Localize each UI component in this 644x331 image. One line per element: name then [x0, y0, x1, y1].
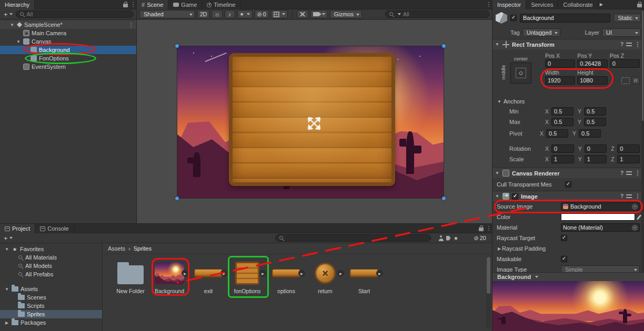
favorite-all-models[interactable]: All Models — [0, 262, 102, 270]
folder-sprites[interactable]: Sprites — [0, 310, 102, 318]
scene-search-input[interactable]: All — [385, 11, 489, 18]
favorite-all-prefabs[interactable]: All Prefabs — [0, 270, 102, 278]
project-menu-icon[interactable] — [486, 225, 492, 232]
material-field[interactable]: None (Material) — [561, 223, 640, 232]
presets-icon[interactable] — [626, 171, 632, 175]
rotation-z-field[interactable]: 0 — [617, 144, 640, 153]
project-search-input[interactable] — [275, 234, 431, 242]
anchor-preset-widget[interactable]: center middle — [504, 56, 538, 84]
anchors-foldout[interactable]: Anchors — [492, 97, 644, 106]
foldout-icon[interactable] — [495, 194, 500, 199]
scene-viewport[interactable] — [137, 20, 492, 223]
favorites-folder[interactable]: Favorites — [0, 245, 102, 253]
pivot-x-field[interactable]: 0.5 — [546, 129, 568, 138]
hierarchy-item-eventsystem[interactable]: EventSystem — [0, 63, 136, 71]
eyedropper-icon[interactable] — [637, 214, 641, 220]
foldout-icon[interactable] — [4, 320, 9, 325]
maskable-checkbox[interactable] — [561, 256, 567, 262]
scene-view-menu-icon[interactable] — [486, 1, 492, 8]
object-picker-icon[interactable] — [632, 225, 638, 231]
scene-audio-toggle[interactable] — [225, 10, 235, 18]
foldout-icon[interactable] — [495, 171, 500, 175]
scale-x-field[interactable]: 1 — [551, 155, 574, 163]
min-y-field[interactable]: 0.5 — [584, 107, 606, 116]
foldout-icon[interactable] — [9, 23, 15, 27]
tab-inspector[interactable]: Inspector — [492, 0, 526, 9]
width-field[interactable]: 1920 — [545, 76, 575, 85]
blueprint-mode-button[interactable] — [621, 77, 630, 84]
hierarchy-item-main-camera[interactable]: Main Camera — [0, 29, 136, 37]
raycast-padding-row[interactable]: Raycast Padding — [492, 243, 644, 254]
min-x-field[interactable]: 0.5 — [551, 107, 573, 116]
rotation-y-field[interactable]: 0 — [585, 144, 607, 153]
selection-handle[interactable] — [442, 44, 446, 48]
component-menu-icon[interactable] — [635, 170, 641, 177]
layer-dropdown[interactable]: UI — [602, 28, 641, 37]
height-field[interactable]: 1080 — [577, 76, 607, 85]
save-search-icon[interactable] — [453, 235, 459, 241]
scene-effects-dropdown[interactable] — [237, 10, 253, 18]
anchor-preset-button[interactable] — [510, 63, 531, 84]
asset-fonoptions[interactable]: fonOptions — [229, 261, 266, 294]
foldout-icon[interactable] — [4, 247, 9, 252]
tab-game[interactable]: Game — [168, 0, 202, 9]
tab-hierarchy[interactable]: Hierarchy — [0, 0, 35, 9]
folder-scenes[interactable]: Scenes — [0, 293, 102, 302]
favorite-all-materials[interactable]: All Materials — [0, 253, 102, 262]
component-tools-button[interactable] — [297, 10, 308, 18]
gizmos-dropdown[interactable]: Gizmos — [330, 10, 362, 18]
tab-timeline[interactable]: Timeline — [202, 0, 240, 9]
rotation-x-field[interactable]: 0 — [551, 144, 574, 153]
more-tabs-icon[interactable] — [600, 2, 603, 7]
tab-console[interactable]: Console — [35, 224, 74, 233]
lock-icon[interactable] — [123, 4, 128, 7]
presets-icon[interactable] — [626, 42, 632, 47]
asset-new-folder[interactable]: New Folder — [112, 261, 149, 294]
hierarchy-item-samplescene[interactable]: SampleScene* — [0, 20, 136, 29]
tab-services[interactable]: Services — [526, 0, 558, 9]
tab-scene[interactable]: Scene — [137, 0, 168, 9]
foldout-icon[interactable] — [495, 42, 500, 47]
grid-settings-dropdown[interactable] — [271, 10, 288, 18]
scene-camera-dropdown[interactable] — [310, 10, 328, 18]
presets-icon[interactable] — [626, 194, 632, 199]
hierarchy-item-canvas[interactable]: Canvas — [0, 37, 136, 46]
asset-options[interactable]: options — [268, 261, 305, 294]
scale-z-field[interactable]: 1 — [617, 155, 640, 163]
folder-scripts[interactable]: Scripts — [0, 302, 102, 310]
gameobject-name-field[interactable]: Background — [520, 14, 610, 23]
max-x-field[interactable]: 0.5 — [551, 118, 573, 126]
max-y-field[interactable]: 0.5 — [584, 118, 606, 126]
hierarchy-menu-icon[interactable] — [130, 1, 136, 8]
breadcrumb-sprites[interactable]: Sprites — [134, 245, 152, 252]
foldout-icon[interactable] — [16, 39, 21, 44]
image-enabled-checkbox[interactable] — [512, 193, 518, 200]
object-picker-icon[interactable] — [632, 204, 638, 210]
expand-sprite-icon[interactable] — [298, 270, 305, 277]
create-object-button[interactable]: + — [3, 11, 14, 18]
pos-x-field[interactable]: 0 — [545, 59, 575, 68]
canvas-renderer-header[interactable]: Canvas Renderer — [492, 168, 644, 178]
rect-transform-header[interactable]: Rect Transform — [492, 39, 644, 49]
help-icon[interactable] — [620, 170, 623, 176]
selection-handle[interactable] — [175, 196, 179, 200]
source-image-field[interactable]: Background — [561, 202, 640, 211]
hierarchy-search-input[interactable]: All — [16, 11, 134, 18]
component-menu-icon[interactable] — [635, 193, 641, 200]
shading-mode-dropdown[interactable]: Shaded — [139, 10, 195, 18]
cull-transparent-mesh-checkbox[interactable] — [565, 181, 571, 188]
expand-sprite-icon[interactable] — [182, 270, 188, 277]
raw-edit-mode-button[interactable]: R — [632, 77, 640, 84]
expand-sprite-icon[interactable] — [259, 270, 266, 277]
2d-toggle-button[interactable]: 2D — [197, 10, 209, 18]
lock-icon[interactable] — [637, 4, 642, 7]
foldout-icon[interactable] — [4, 287, 9, 292]
preview-header[interactable]: Background — [492, 272, 644, 281]
search-by-type-icon[interactable] — [438, 235, 444, 241]
foldout-icon[interactable] — [497, 246, 502, 251]
expand-sprite-icon[interactable] — [220, 270, 227, 277]
foldout-icon[interactable] — [497, 99, 502, 104]
hidden-count-indicator[interactable]: 20 — [474, 235, 486, 241]
lock-icon[interactable] — [479, 227, 484, 231]
asset-exit[interactable]: exit — [190, 261, 227, 294]
